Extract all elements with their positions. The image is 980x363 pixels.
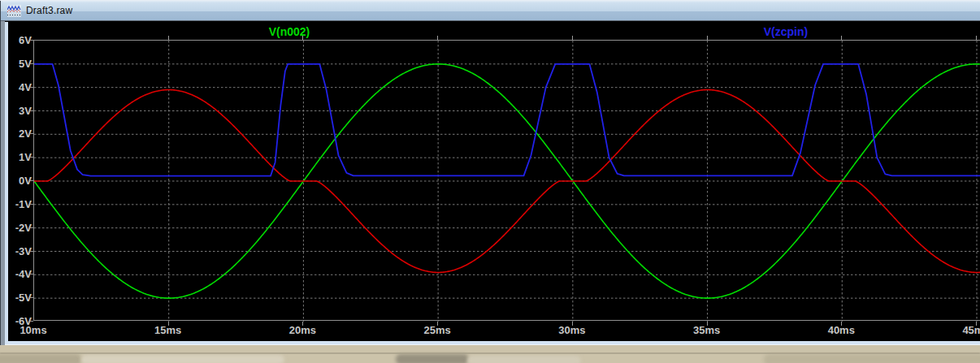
y-tick-mark: [28, 297, 33, 298]
desktop-texture-bottom-3: [396, 354, 469, 363]
legend-label-vzcpin[interactable]: V(zcpin): [764, 25, 808, 38]
waveform-window: Draft3.raw V(n002) V(zcpin) 6V5V4V3V2V1V…: [0, 0, 980, 345]
x-tick-label-10ms: 10ms: [20, 324, 46, 336]
y-tick-mark: [28, 251, 33, 252]
y-tick-mark: [28, 204, 33, 205]
x-tick-mark-top: [707, 36, 708, 40]
y-tick-mark: [28, 133, 33, 134]
window-title: Draft3.raw: [26, 5, 72, 16]
x-tick-label-20ms: 20ms: [289, 324, 316, 336]
x-tick-mark-top: [572, 36, 573, 40]
y-tick-mark: [28, 63, 33, 64]
x-tick-mark-top: [302, 36, 303, 40]
desktop-texture-bottom-1: [0, 354, 81, 363]
window-border-bottom: [5, 341, 980, 345]
x-tick-label-25ms: 25ms: [424, 324, 451, 336]
x-tick-mark-top: [437, 36, 438, 40]
legend-label-vn002[interactable]: V(n002): [269, 25, 310, 38]
y-tick-mark: [28, 274, 33, 274]
y-tick-mark: [28, 40, 33, 41]
title-bar[interactable]: Draft3.raw: [1, 1, 980, 21]
x-tick-mark-top: [976, 36, 977, 40]
plot-area[interactable]: [33, 40, 980, 321]
x-tick-mark-top: [168, 36, 169, 40]
x-tick-mark-bottom: [841, 322, 842, 326]
desktop-texture-bottom-4: [467, 356, 581, 363]
waveform-traces: [34, 41, 980, 322]
plot-client-area: V(n002) V(zcpin) 6V5V4V3V2V1V0V-1V-2V-3V…: [8, 22, 980, 341]
y-tick-mark: [28, 157, 33, 158]
waveform-icon: [7, 5, 21, 17]
y-tick-mark: [28, 110, 33, 111]
x-tick-mark-bottom: [976, 322, 977, 326]
x-tick-mark-bottom: [302, 322, 303, 326]
x-tick-mark-bottom: [707, 322, 708, 326]
x-tick-mark-top: [841, 36, 842, 40]
desktop-texture-bottom-2: [81, 355, 284, 363]
y-tick-mark: [28, 321, 33, 322]
x-tick-label-45ms: 45ms: [962, 324, 980, 336]
desktop-texture-bottom-6: [0, 352, 980, 354]
x-tick-mark-bottom: [168, 322, 169, 326]
x-tick-label-35ms: 35ms: [693, 324, 720, 336]
y-tick-mark: [28, 87, 33, 88]
x-tick-label-40ms: 40ms: [828, 324, 855, 336]
desktop-texture-bottom-5: [764, 354, 980, 363]
x-tick-mark-bottom: [437, 322, 438, 326]
x-tick-label-15ms: 15ms: [154, 324, 181, 336]
trace-vzcpin: [34, 64, 980, 176]
x-tick-label-30ms: 30ms: [558, 324, 585, 336]
x-tick-mark-bottom: [572, 322, 573, 326]
desktop: Draft3.raw V(n002) V(zcpin) 6V5V4V3V2V1V…: [0, 0, 980, 363]
y-tick-mark: [28, 227, 33, 228]
y-tick-mark: [28, 180, 33, 181]
